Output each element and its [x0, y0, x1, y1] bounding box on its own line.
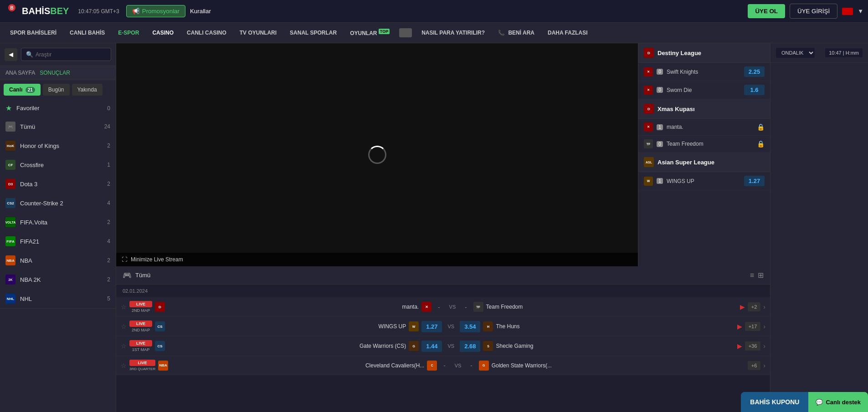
breadcrumb-results[interactable]: SONUÇLAR — [40, 70, 70, 76]
match4-team1: Cleveland Cavaliers(H... — [171, 362, 424, 369]
sidebar-item-favoriler[interactable]: ★ Favoriler 0 — [0, 99, 116, 117]
nav-beni[interactable]: 📞 BENİ ARA — [493, 26, 540, 40]
section-header: 🎮 Tümü ≡ ⊞ — [116, 266, 770, 285]
list-view-button[interactable]: ≡ — [750, 271, 754, 280]
nav-para[interactable]: NASIL PARA YATIRILIR? — [416, 26, 490, 40]
match4-score2: - — [467, 360, 476, 371]
match2-score1[interactable]: 1.27 — [421, 321, 442, 332]
nav-canlicasino[interactable]: CANLI CASINO — [181, 26, 232, 40]
sidebar-item-nba[interactable]: NBA NBA 2 — [0, 251, 116, 270]
match4-chevron[interactable]: › — [763, 362, 765, 369]
match3-plus-button[interactable]: +36 — [745, 341, 761, 351]
match1-play-icon[interactable]: ▶ — [740, 303, 745, 310]
sidebar-item-crossfire[interactable]: CF Crossfire 1 — [0, 155, 116, 174]
dota-label: Dota 3 — [20, 181, 103, 188]
match1-plus-button[interactable]: +2 — [748, 302, 761, 311]
breadcrumb-home[interactable]: ANA SAYFA — [5, 70, 35, 76]
sworn-badge: 0 — [657, 87, 663, 93]
sidebar-section: ★ Favoriler 0 🎮 Tümü 24 HoK Honor of Kin… — [0, 99, 116, 309]
match3-score1[interactable]: 1.44 — [421, 341, 442, 352]
uye-ol-button[interactable]: ÜYE OL — [748, 4, 785, 18]
search-input[interactable] — [36, 51, 106, 58]
match3-chevron[interactable]: › — [763, 342, 765, 350]
sidebar-item-dota3[interactable]: D3 Dota 3 2 — [0, 174, 116, 193]
vs-text-4: VS — [452, 363, 464, 368]
match3-score2[interactable]: 2.68 — [460, 341, 480, 352]
tab-yakinda[interactable]: Yakında — [72, 84, 103, 96]
minimize-label[interactable]: Minimize Live Stream — [131, 256, 183, 263]
nav-oyunlar[interactable]: OYUNLAR TOP — [344, 25, 395, 40]
grid-view-button[interactable]: ⊞ — [758, 271, 764, 280]
swift-knights-item[interactable]: ✕ 0 Swift Knights 2.25 — [638, 63, 770, 81]
nav-esport[interactable]: E-SPOR — [113, 26, 144, 40]
sidebar-item-nba2k[interactable]: 2K NBA 2K 2 — [0, 270, 116, 289]
destiny-game-icon: D — [644, 48, 654, 58]
fifav-label: FIFA.Volta — [20, 219, 103, 226]
match2-play-icon[interactable]: ▶ — [737, 323, 742, 330]
live-map-2: 2ND MAP — [129, 328, 152, 332]
manta-item[interactable]: ✕ 1 manta. 🔒 — [638, 119, 770, 136]
sidebar-item-fifavolta[interactable]: VOLTA FIFA.Volta 2 — [0, 213, 116, 232]
manta-icon: ✕ — [644, 122, 653, 132]
nav-casino[interactable]: CASINO — [147, 26, 179, 40]
nav-daha[interactable]: DAHA FAZLASI — [542, 26, 593, 40]
dota-count: 2 — [107, 181, 110, 187]
swift-odds[interactable]: 2.25 — [744, 66, 765, 77]
match-row: ☆ LIVE 2ND MAP D manta. ✕ - VS - TF Team… — [116, 297, 770, 317]
match1-chevron[interactable]: › — [763, 303, 765, 310]
match4-score1: - — [440, 360, 449, 371]
match2-score2[interactable]: 3.54 — [460, 321, 480, 332]
tab-canli[interactable]: Canlı 21 — [4, 84, 41, 96]
uye-giris-button[interactable]: ÜYE GİRİŞİ — [790, 4, 837, 19]
logo[interactable]: B BAHİSBEY — [5, 3, 69, 19]
sidebar-item-honor-of-kings[interactable]: HoK Honor of Kings 2 — [0, 136, 116, 155]
match2-game-icon: CS — [155, 321, 165, 331]
sworn-die-item[interactable]: ✕ 0 Sworn Die 1.6 — [638, 81, 770, 99]
language-dropdown[interactable]: ▼ — [858, 8, 863, 15]
language-flag[interactable] — [842, 8, 853, 15]
sidebar-item-nhl[interactable]: NHL NHL 5 — [0, 289, 116, 308]
hok-label: Honor of Kings — [20, 142, 103, 149]
sidebar-item-fifa21[interactable]: FIFA FIFA21 4 — [0, 232, 116, 251]
gamepad-icon: 🎮 — [123, 271, 132, 280]
nav-tv[interactable]: TV OYUNLARI — [234, 26, 282, 40]
match2-team2: The Huns — [496, 323, 734, 330]
sidebar-item-cs2[interactable]: CS2 Counter-Strike 2 4 — [0, 193, 116, 213]
search-box: 🔍 — [21, 48, 111, 61]
fav-star-2[interactable]: ☆ — [121, 323, 127, 330]
nba2k-count: 2 — [107, 276, 110, 283]
fav-star-4[interactable]: ☆ — [121, 362, 127, 369]
match4-plus-button[interactable]: +6 — [748, 361, 761, 370]
dota-icon: D3 — [5, 179, 15, 189]
sidebar-item-tumu[interactable]: 🎮 Tümü 24 — [0, 117, 116, 136]
match2-chevron[interactable]: › — [763, 323, 765, 330]
promo-button[interactable]: 📢 Promosyonlar — [126, 5, 185, 17]
match2-team1-icon: W — [409, 321, 419, 331]
manta-lock: 🔒 — [757, 123, 765, 131]
nav-sanal[interactable]: SANAL SPORLAR — [284, 26, 342, 40]
tab-bugun[interactable]: Bugün — [43, 84, 70, 96]
match1-score1: - — [434, 301, 443, 313]
favoriler-label: Favoriler — [16, 105, 103, 112]
match3-play-icon[interactable]: ▶ — [737, 342, 742, 350]
wings-up-item[interactable]: W 1 WINGS UP 1.27 — [638, 172, 770, 190]
fav-star-1[interactable]: ☆ — [121, 303, 127, 310]
wings-up-name: WINGS UP — [667, 178, 740, 184]
ondalik-dropdown[interactable]: ONDALIK — [776, 48, 815, 58]
canli-destek-button[interactable]: 💬 Canlı destek — [808, 392, 868, 412]
kurallar-button[interactable]: Kurallar — [190, 8, 211, 15]
sidebar-toggle-button[interactable]: ◀ — [5, 48, 17, 61]
match2-plus-button[interactable]: +17 — [745, 322, 761, 331]
nav-canli[interactable]: CANLI BAHİS — [64, 26, 110, 40]
tf-badge: 0 — [657, 141, 663, 147]
team-freedom-item[interactable]: TF 0 Team Freedom 🔒 — [638, 136, 770, 153]
wings-odds[interactable]: 1.27 — [744, 176, 765, 186]
bahis-kuponu-button[interactable]: BAHİS KUPONU — [741, 392, 808, 412]
fav-star-3[interactable]: ☆ — [121, 342, 127, 350]
nba-count: 2 — [107, 257, 110, 264]
nav-spor[interactable]: SPOR BAHİSLERİ — [5, 26, 62, 40]
fullscreen-icon[interactable]: ⛶ — [122, 256, 127, 263]
fifav-icon: VOLTA — [5, 217, 15, 227]
sworn-odds[interactable]: 1.6 — [744, 85, 765, 95]
match4-team1-icon: C — [427, 361, 437, 371]
